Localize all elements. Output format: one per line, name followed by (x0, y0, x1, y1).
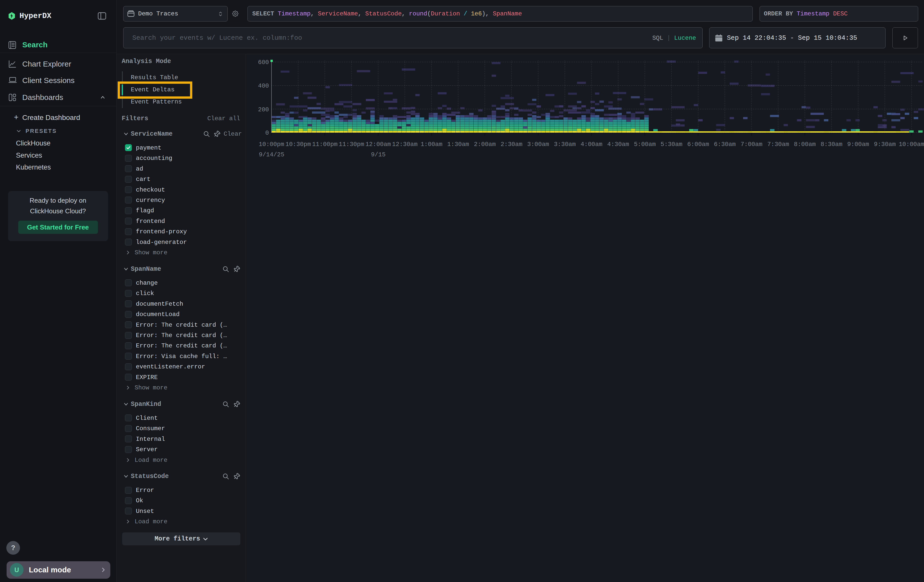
svg-text:9:30am: 9:30am (874, 141, 896, 148)
svg-text:11:30pm: 11:30pm (339, 141, 364, 148)
svg-text:9/15: 9/15 (371, 151, 386, 158)
svg-text:12:00am: 12:00am (365, 141, 391, 148)
svg-text:6:00am: 6:00am (687, 141, 709, 148)
svg-text:0: 0 (266, 130, 269, 137)
svg-text:1:00am: 1:00am (421, 141, 442, 148)
svg-text:9:00am: 9:00am (847, 141, 869, 148)
svg-text:6:30am: 6:30am (714, 141, 736, 148)
svg-text:200: 200 (258, 106, 269, 113)
svg-text:8:30am: 8:30am (820, 141, 842, 148)
svg-text:3:00am: 3:00am (527, 141, 549, 148)
svg-text:1:30am: 1:30am (447, 141, 469, 148)
svg-text:7:30am: 7:30am (767, 141, 789, 148)
svg-text:600: 600 (258, 59, 269, 66)
svg-text:2:30am: 2:30am (500, 141, 522, 148)
svg-text:10:30pm: 10:30pm (285, 141, 311, 148)
svg-text:2:00am: 2:00am (474, 141, 496, 148)
svg-text:5:00am: 5:00am (634, 141, 655, 148)
svg-text:4:00am: 4:00am (581, 141, 602, 148)
svg-text:10:00pm: 10:00pm (259, 141, 284, 148)
svg-text:400: 400 (258, 82, 269, 89)
svg-text:12:30am: 12:30am (392, 141, 418, 148)
svg-text:10:00am: 10:00am (899, 141, 924, 148)
svg-text:8:00am: 8:00am (794, 141, 816, 148)
svg-text:7:00am: 7:00am (741, 141, 762, 148)
svg-text:11:00pm: 11:00pm (312, 141, 338, 148)
svg-text:5:30am: 5:30am (661, 141, 682, 148)
svg-text:3:30am: 3:30am (554, 141, 576, 148)
svg-text:4:30am: 4:30am (607, 141, 629, 148)
svg-text:9/14/25: 9/14/25 (259, 151, 284, 158)
